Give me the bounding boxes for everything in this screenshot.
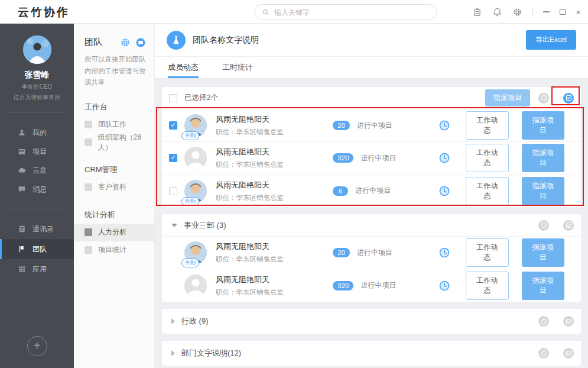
panel-item-teamwork[interactable]: 团队工作 bbox=[74, 116, 154, 134]
sidebar-item-contacts[interactable]: 通讯录 bbox=[0, 220, 74, 238]
in-progress-label: 进行中项目 bbox=[355, 186, 391, 196]
field-duty-badge: 外勤 bbox=[181, 197, 199, 206]
assign-project-button[interactable]: 指派项目 bbox=[522, 177, 564, 205]
maximize-icon[interactable] bbox=[560, 9, 566, 15]
sidebar-item-projects[interactable]: 项目 bbox=[0, 143, 74, 160]
search-box[interactable] bbox=[254, 4, 437, 20]
history-clock-icon[interactable] bbox=[538, 220, 549, 231]
multi-select-icon[interactable] bbox=[563, 316, 574, 327]
flask-icon bbox=[170, 34, 183, 47]
member-checkbox[interactable] bbox=[169, 121, 177, 130]
square-icon bbox=[85, 228, 92, 236]
select-all-checkbox[interactable] bbox=[169, 94, 177, 102]
clock-icon[interactable] bbox=[438, 185, 450, 197]
tab-bar: 成员动态 工时统计 bbox=[155, 57, 588, 79]
panel-item-hr-analysis[interactable]: 人力分析 bbox=[74, 224, 154, 241]
member-name: 风雨无阻艳阳天 bbox=[216, 241, 333, 252]
team-header: 团队名称文字说明 导出Excel bbox=[155, 24, 588, 57]
user-org: 亿百万律师事务所 bbox=[0, 93, 74, 102]
app-logo: 云竹协作 bbox=[18, 5, 70, 20]
multi-select-icon[interactable] bbox=[563, 220, 574, 231]
section-header[interactable]: 事业三部 (3) bbox=[162, 214, 581, 237]
chevron-right-icon bbox=[171, 350, 175, 356]
group-title: 工作台 bbox=[74, 102, 154, 112]
history-clock-icon[interactable] bbox=[538, 316, 549, 327]
user-block: 张雪峰 事务所CEO 亿百万律师事务所 bbox=[0, 24, 74, 102]
member-avatar[interactable] bbox=[184, 275, 207, 297]
main-content: 团队名称文字说明 导出Excel 成员动态 工时统计 已选择2个 指派项目 bbox=[155, 24, 588, 368]
member-row: 风雨无阻艳阳天 职位：华东区销售总监 320 进行中项目 工作动态 指派项目 bbox=[162, 142, 581, 175]
sidebar-item-label: 我的 bbox=[33, 128, 47, 138]
member-row: 风雨无阻艳阳天 职位：华东区销售总监 320 进行中项目 工作动态 指派项目 bbox=[162, 269, 581, 302]
work-status-button[interactable]: 工作动态 bbox=[466, 111, 508, 140]
in-progress-label: 进行中项目 bbox=[357, 248, 392, 258]
member-checkbox[interactable] bbox=[169, 154, 177, 162]
square-icon bbox=[85, 138, 92, 146]
add-button[interactable]: + bbox=[27, 336, 47, 356]
panel-item-label: 人力分析 bbox=[98, 227, 126, 237]
history-clock-icon[interactable] bbox=[538, 93, 549, 104]
project-count-badge: 20 bbox=[333, 121, 350, 130]
sidebar-item-label: 消息 bbox=[33, 185, 47, 195]
work-status-button[interactable]: 工作动态 bbox=[466, 177, 508, 205]
assign-project-button[interactable]: 指派项目 bbox=[522, 272, 564, 300]
sidebar-item-mine[interactable]: 我的 bbox=[0, 124, 74, 141]
assign-project-button[interactable]: 指派项目 bbox=[485, 89, 530, 106]
chevron-right-icon bbox=[171, 318, 175, 324]
search-input[interactable] bbox=[274, 8, 430, 17]
multi-select-icon[interactable] bbox=[563, 93, 574, 104]
section-label: 部门文字说明(12) bbox=[181, 348, 538, 359]
sidebar-item-team[interactable]: 团队 bbox=[0, 239, 74, 259]
assign-project-button[interactable]: 指派项目 bbox=[522, 238, 564, 267]
panel-description: 您可以直接开始团队内部的工作管理与资源共享 bbox=[74, 48, 154, 89]
minimize-icon[interactable] bbox=[543, 11, 550, 12]
work-status-button[interactable]: 工作动态 bbox=[466, 144, 508, 172]
clock-icon[interactable] bbox=[438, 152, 450, 164]
member-checkbox[interactable] bbox=[169, 187, 177, 195]
clipboard-icon[interactable] bbox=[472, 7, 482, 17]
member-name: 风雨无阻艳阳天 bbox=[216, 275, 333, 285]
assign-project-button[interactable]: 指派项目 bbox=[522, 111, 564, 140]
section-header[interactable]: 部门文字说明(12) bbox=[162, 341, 581, 366]
user-photo bbox=[23, 35, 51, 64]
section-header[interactable]: 行政 (9) bbox=[162, 309, 581, 334]
multi-select-icon[interactable] bbox=[563, 348, 574, 359]
export-excel-button[interactable]: 导出Excel bbox=[526, 30, 576, 50]
tab-member-activity[interactable]: 成员动态 bbox=[168, 57, 199, 78]
member-role: 职位：华东区销售总监 bbox=[216, 255, 333, 264]
gear-icon[interactable] bbox=[120, 37, 131, 48]
panel-group-crm: CRM管理 客户资料 bbox=[74, 164, 154, 196]
divider bbox=[532, 8, 533, 17]
member-avatar[interactable] bbox=[184, 147, 207, 169]
close-icon[interactable]: × bbox=[576, 8, 581, 17]
group-title: 统计分析 bbox=[74, 209, 154, 220]
gear-icon[interactable] bbox=[512, 7, 522, 17]
panel-group-workbench: 工作台 团队工作 组织架构（26人） bbox=[74, 102, 154, 151]
clock-icon[interactable] bbox=[438, 120, 450, 131]
panel-item-project-stats[interactable]: 项目统计 bbox=[74, 241, 154, 259]
chat-icon[interactable] bbox=[135, 37, 146, 48]
member-row: 外勤 风雨无阻艳阳天 职位：华东区销售总监 20 进行中项目 工作动态 指派项目 bbox=[162, 237, 581, 269]
square-icon bbox=[85, 121, 92, 128]
history-clock-icon[interactable] bbox=[538, 348, 549, 359]
app-window: 云竹协作 × 张雪峰 bbox=[0, 0, 588, 368]
user-title: 事务所CEO bbox=[0, 83, 74, 91]
chevron-down-icon bbox=[171, 224, 177, 227]
sidebar-item-apps[interactable]: 应用 bbox=[0, 260, 74, 278]
work-status-button[interactable]: 工作动态 bbox=[466, 238, 508, 267]
clock-icon[interactable] bbox=[438, 247, 450, 259]
sidebar-item-clouddisk[interactable]: 云盘 bbox=[0, 162, 74, 179]
assign-project-button[interactable]: 指派项目 bbox=[522, 144, 564, 172]
bell-icon[interactable] bbox=[492, 7, 502, 17]
avatar[interactable] bbox=[23, 35, 51, 64]
panel-item-orgchart[interactable]: 组织架构（26人） bbox=[74, 134, 154, 151]
clock-icon[interactable] bbox=[438, 280, 450, 292]
department-card: 行政 (9) bbox=[162, 309, 581, 334]
section-label: 事业三部 (3) bbox=[184, 220, 538, 231]
work-status-button[interactable]: 工作动态 bbox=[466, 272, 508, 300]
member-name: 风雨无阻艳阳天 bbox=[216, 114, 333, 125]
tab-hours-stats[interactable]: 工时统计 bbox=[222, 57, 253, 78]
selection-count-label: 已选择2个 bbox=[184, 93, 485, 103]
panel-item-customers[interactable]: 客户资料 bbox=[74, 179, 154, 196]
sidebar-item-messages[interactable]: 消息 bbox=[0, 180, 74, 198]
